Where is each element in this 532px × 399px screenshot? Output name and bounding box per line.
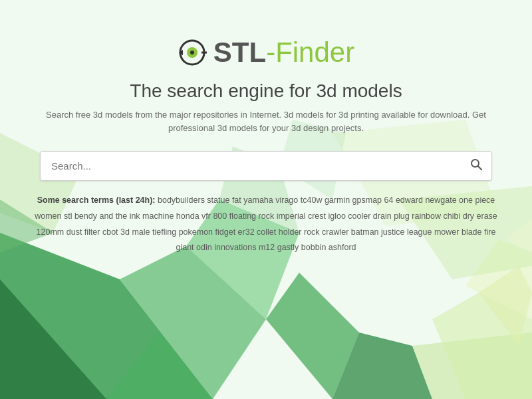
term-link[interactable]: women stl	[35, 211, 72, 221]
logo-icon	[178, 38, 207, 67]
term-link[interactable]: rock crawler	[304, 227, 348, 237]
term-link[interactable]: edward newgate one piece	[396, 196, 495, 205]
logo-area: STL-Finder	[178, 37, 354, 68]
term-link[interactable]: bobbin ashford	[301, 243, 356, 252]
term-link[interactable]: mower blade	[434, 227, 482, 237]
description: Search free 3d models from the major rep…	[40, 108, 492, 134]
term-link[interactable]: rainbow chibi	[412, 211, 460, 221]
search-input[interactable]	[41, 152, 461, 180]
logo-stl: STL	[213, 37, 266, 68]
term-link[interactable]: bodybuilders statue fat	[158, 196, 241, 205]
term-link[interactable]: pokemon fidget	[179, 227, 235, 237]
term-link[interactable]: cbot 3d	[102, 227, 130, 237]
svg-line-25	[478, 166, 482, 170]
term-link[interactable]: honda vfr 800	[176, 211, 227, 221]
term-link[interactable]: igloo cooler drain plug	[328, 211, 409, 221]
term-link[interactable]: 120mm dust filter	[37, 227, 100, 237]
search-button[interactable]	[461, 152, 491, 180]
search-terms-section: Some search terms (last 24h): bodybuilde…	[33, 193, 499, 256]
logo-text: STL-Finder	[213, 37, 354, 68]
term-link[interactable]: odin innovations m12	[196, 243, 275, 252]
term-link[interactable]: gastly	[277, 243, 299, 252]
term-link[interactable]: garmin gpsmap 64	[325, 196, 394, 205]
term-link[interactable]: tc40w	[301, 196, 323, 205]
search-icon	[470, 158, 482, 170]
term-link[interactable]: floating rock	[229, 211, 274, 221]
logo-finder: Finder	[275, 37, 354, 68]
svg-point-21	[190, 51, 194, 55]
term-link[interactable]: er32 collet holder	[238, 227, 302, 237]
term-link[interactable]: male tiefling	[132, 227, 176, 237]
search-bar	[40, 151, 492, 181]
term-link[interactable]: imperial crest	[277, 211, 326, 221]
term-link[interactable]: batman justice league	[351, 227, 432, 237]
terms-label: Some search terms (last 24h):	[37, 196, 156, 205]
logo-hyphen: -	[266, 37, 275, 68]
term-link[interactable]: bendy and the ink machine	[74, 211, 174, 221]
tagline: The search engine for 3d models	[130, 80, 402, 102]
term-link[interactable]: dry erase	[463, 211, 497, 221]
term-link[interactable]: yamaha virago	[243, 196, 298, 205]
